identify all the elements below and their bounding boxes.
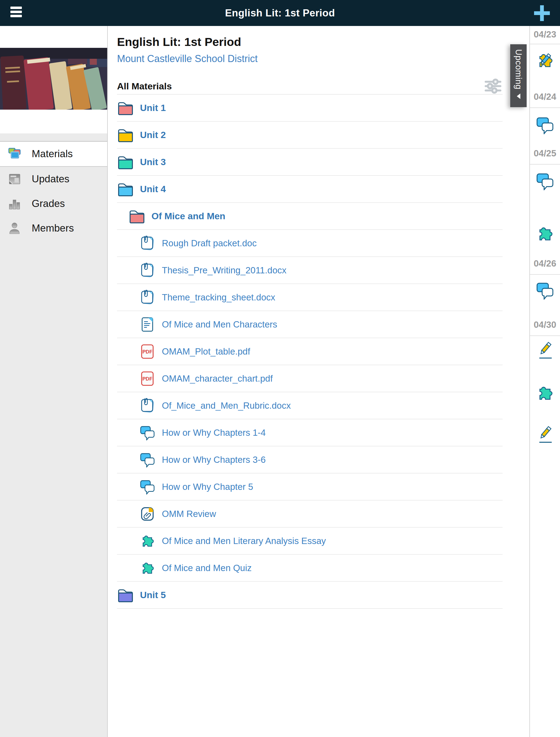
- course-photo: [0, 48, 107, 110]
- pdf-icon: [139, 371, 156, 386]
- materials-item-document[interactable]: Theme_tracking_sheet.docx: [117, 284, 503, 311]
- updates-icon: [8, 172, 21, 186]
- materials-item-folder[interactable]: Unit 3: [117, 149, 503, 176]
- upcoming-tab[interactable]: Upcoming: [510, 44, 527, 107]
- folder-icon: [117, 155, 134, 170]
- materials-item-label: Unit 2: [140, 130, 166, 140]
- materials-item-assignment[interactable]: Of Mice and Men Literary Analysis Essay: [117, 528, 503, 555]
- materials-item-pdf[interactable]: OMAM_Plot_table.pdf: [117, 338, 503, 365]
- top-bar: English Lit: 1st Period: [0, 0, 560, 26]
- grades-icon: [8, 197, 21, 211]
- materials-item-folder[interactable]: Unit 5: [117, 582, 503, 609]
- folder-icon: [117, 182, 134, 197]
- members-icon: [8, 222, 21, 235]
- materials-item-label: Of_Mice_and_Men_Rubric.docx: [162, 400, 291, 411]
- materials-item-label: Rough Draft packet.doc: [162, 238, 257, 249]
- upcoming-rail: 04/23 04/24 04/25 04/26 04/30: [529, 26, 560, 737]
- materials-item-label: Unit 5: [140, 590, 166, 600]
- document-icon: [139, 290, 156, 305]
- district-link[interactable]: Mount Castleville School District: [117, 53, 258, 65]
- sidebar-item-label: Materials: [32, 148, 73, 160]
- discussion-icon: [139, 479, 156, 494]
- document-icon: [139, 263, 156, 278]
- sidebar-item-label: Updates: [32, 173, 69, 185]
- materials-item-label: Unit 3: [140, 157, 166, 167]
- upcoming-date: 04/30: [530, 320, 560, 330]
- document-icon: [139, 236, 156, 251]
- materials-item-label: Unit 1: [140, 103, 166, 113]
- sidebar-spacer: [0, 133, 107, 142]
- pencil-icon[interactable]: [536, 342, 554, 360]
- sidebar-menu: Materials Updates Grades: [0, 133, 107, 737]
- discussion-icon[interactable]: [536, 116, 554, 134]
- materials-item-discussion[interactable]: How or Why Chapter 5: [117, 473, 503, 500]
- collapse-arrow-icon: [517, 94, 520, 99]
- materials-item-discussion[interactable]: How or Why Chapters 3-6: [117, 446, 503, 473]
- materials-item-document[interactable]: Rough Draft packet.doc: [117, 230, 503, 257]
- materials-item-label: Of Mice and Men Characters: [162, 319, 277, 330]
- materials-item-label: Thesis_Pre_Writing_2011.docx: [162, 265, 287, 276]
- discussion-icon: [139, 425, 156, 440]
- materials-item-label: Of Mice and Men Quiz: [162, 563, 252, 573]
- top-bar-title: English Lit: 1st Period: [0, 0, 560, 26]
- sidebar-item-label: Grades: [32, 198, 65, 209]
- page-icon: [139, 317, 156, 332]
- assignment-icon[interactable]: [536, 384, 554, 402]
- upcoming-tab-label: Upcoming: [514, 49, 523, 90]
- materials-item-assignment[interactable]: Of Mice and Men Quiz: [117, 555, 503, 582]
- course-sidebar: Materials Updates Grades: [0, 26, 108, 737]
- all-materials-heading: All Materials: [117, 81, 172, 92]
- materials-item-label: OMAM_character_chart.pdf: [162, 373, 273, 384]
- add-button[interactable]: [530, 1, 554, 25]
- materials-item-label: Of Mice and Men: [151, 211, 225, 222]
- materials-item-discussion[interactable]: How or Why Chapters 1-4: [117, 419, 503, 446]
- quiz-icon[interactable]: [536, 51, 554, 69]
- materials-item-folder[interactable]: Unit 1: [117, 95, 503, 122]
- materials-item-folder[interactable]: Unit 2: [117, 122, 503, 149]
- folder-icon: [117, 127, 134, 143]
- discussion-icon: [139, 452, 156, 467]
- materials-item-label: Of Mice and Men Literary Analysis Essay: [162, 536, 326, 546]
- sidebar-item-updates[interactable]: Updates: [0, 167, 107, 191]
- materials-item-label: How or Why Chapters 3-6: [162, 454, 266, 465]
- upcoming-date: 04/23: [530, 29, 560, 40]
- materials-item-label: How or Why Chapters 1-4: [162, 427, 266, 438]
- folder-icon: [117, 587, 134, 603]
- page-title: English Lit: 1st Period: [117, 35, 503, 49]
- rail-divider: [530, 274, 560, 275]
- document-icon: [139, 398, 156, 413]
- discussion-icon[interactable]: [536, 172, 554, 190]
- materials-item-label: OMM Review: [162, 509, 216, 519]
- rail-divider: [530, 336, 560, 336]
- materials-list: Unit 1 Unit 2 Unit 3: [117, 94, 503, 609]
- materials-item-label: OMAM_Plot_table.pdf: [162, 347, 250, 357]
- sidebar-item-grades[interactable]: Grades: [0, 191, 107, 216]
- materials-item-document[interactable]: Of_Mice_and_Men_Rubric.docx: [117, 392, 503, 419]
- materials-icon: [8, 147, 21, 161]
- filter-icon[interactable]: [483, 78, 503, 94]
- pencil-icon[interactable]: [536, 426, 554, 444]
- sidebar-item-members[interactable]: Members: [0, 216, 107, 241]
- materials-item-document[interactable]: Thesis_Pre_Writing_2011.docx: [117, 257, 503, 284]
- assignment-icon: [139, 533, 156, 549]
- folder-icon: [129, 209, 145, 224]
- upcoming-date: 04/25: [530, 148, 560, 159]
- folder-icon: [117, 100, 134, 116]
- attachment-icon: [139, 506, 156, 521]
- materials-item-label: Theme_tracking_sheet.docx: [162, 292, 275, 303]
- materials-item-folder[interactable]: Unit 4: [117, 176, 503, 203]
- materials-item-folder[interactable]: Of Mice and Men: [117, 203, 503, 230]
- assignment-icon: [139, 560, 156, 576]
- assignment-icon[interactable]: [536, 225, 554, 243]
- materials-panel: English Lit: 1st Period Mount Castlevill…: [108, 26, 529, 737]
- pdf-icon: [139, 344, 156, 359]
- discussion-icon[interactable]: [536, 282, 554, 300]
- rail-divider: [530, 107, 560, 108]
- rail-divider: [530, 44, 560, 44]
- materials-item-page[interactable]: Of Mice and Men Characters: [117, 311, 503, 338]
- sidebar-item-materials[interactable]: Materials: [0, 142, 107, 167]
- sidebar-item-label: Members: [32, 223, 74, 234]
- materials-item-pdf[interactable]: OMAM_character_chart.pdf: [117, 365, 503, 392]
- rail-divider: [530, 164, 560, 165]
- materials-item-link[interactable]: OMM Review: [117, 500, 503, 528]
